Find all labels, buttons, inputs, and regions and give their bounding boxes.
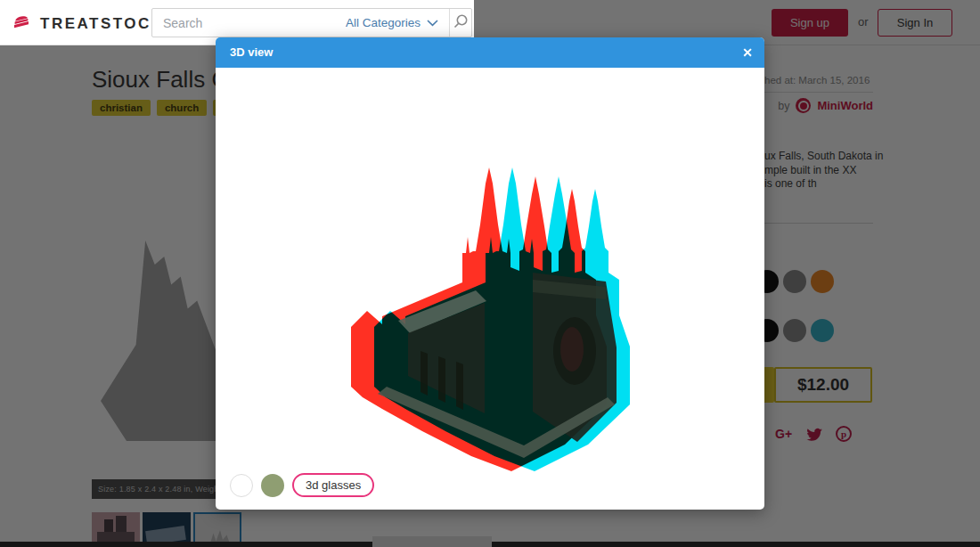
page: Sign up or Sign In Sioux Falls C christi…	[0, 0, 980, 547]
brand[interactable]: TREATSTOCK	[11, 12, 165, 37]
3d-view-modal: 3D view ✕	[216, 37, 764, 510]
3d-glasses-toggle[interactable]: 3d glasses	[292, 473, 374, 497]
model-color-white[interactable]	[230, 474, 253, 497]
categories-label: All Categories	[346, 16, 421, 29]
search-input[interactable]	[152, 16, 335, 30]
modal-header: 3D view ✕	[216, 37, 764, 68]
search-form: All Categories	[151, 8, 472, 37]
close-icon[interactable]: ✕	[742, 37, 753, 68]
treatstock-logo-icon	[11, 12, 32, 37]
model-color-olive[interactable]	[261, 474, 284, 497]
modal-title: 3D view	[216, 37, 764, 68]
anaglyph-3d-model[interactable]	[349, 137, 645, 486]
search-icon	[452, 12, 470, 34]
brand-name: TREATSTOCK	[40, 15, 165, 33]
chevron-down-icon	[427, 16, 438, 29]
viewer-controls: 3d glasses	[230, 473, 374, 497]
search-button[interactable]	[449, 9, 471, 37]
categories-dropdown[interactable]: All Categories	[335, 16, 449, 29]
